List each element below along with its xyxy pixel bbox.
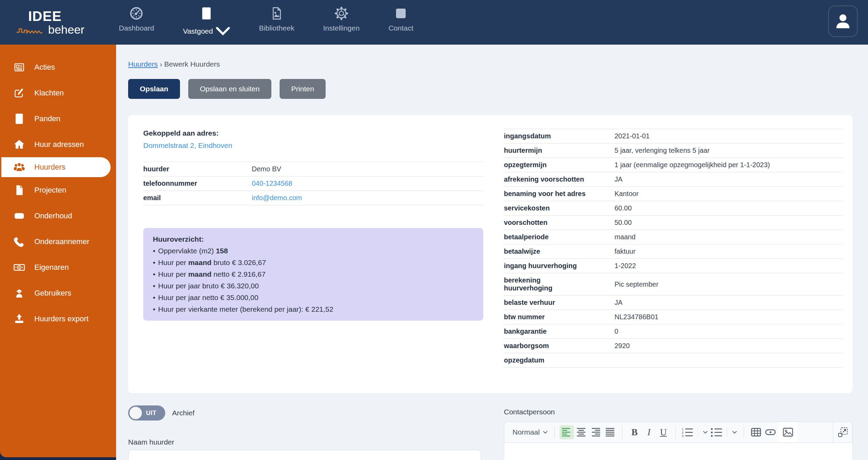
- linked-address-link[interactable]: Dommelstraat 2, Eindhoven: [143, 141, 483, 150]
- left-column: Gekoppeld aan adres: Dommelstraat 2, Ein…: [143, 129, 483, 321]
- table-row: ingang huurverhoging1-2022: [504, 259, 843, 273]
- row-value: 2021-01-01: [615, 132, 650, 140]
- breadcrumb-separator: ›: [160, 60, 162, 68]
- insert-image-button[interactable]: [778, 422, 798, 442]
- building-icon: [199, 6, 214, 21]
- table-row: huurtermijn5 jaar, verlenging telkens 5 …: [504, 143, 843, 158]
- bold-button[interactable]: B: [627, 425, 642, 439]
- table-row: waarborgsom2920: [504, 339, 843, 353]
- name-input[interactable]: [128, 450, 481, 460]
- row-label: belaste verhuur: [504, 299, 615, 307]
- chevron-down-icon: [543, 431, 548, 434]
- sidebar-item-huur-adressen[interactable]: Huur adressen: [1, 131, 111, 157]
- align-left-button[interactable]: [560, 425, 574, 439]
- nav-item-vastgoed[interactable]: Vastgoed: [183, 6, 230, 38]
- app-logo[interactable]: IDEE beheer: [16, 9, 102, 35]
- email-link[interactable]: info@demo.com: [252, 194, 302, 202]
- align-center-button[interactable]: [574, 425, 588, 439]
- archive-toggle[interactable]: UIT: [128, 405, 165, 421]
- mail-icon: [394, 6, 408, 21]
- chevron-down-icon: [703, 431, 708, 434]
- sidebar-item-label: Onderhoud: [34, 211, 72, 220]
- nav-label: Dashboard: [119, 24, 154, 32]
- phone-link[interactable]: 040-1234568: [252, 180, 292, 187]
- toolbar-divider: [744, 426, 744, 439]
- bold-glyph: B: [631, 427, 638, 438]
- row-label: opzegtermijn: [504, 161, 615, 169]
- main-content: Huurders › Bewerk Huurders Opslaan Opsla…: [116, 45, 868, 460]
- building-icon: [12, 112, 26, 126]
- row-value: 1-2022: [615, 262, 636, 270]
- save-close-button[interactable]: Opslaan en sluiten: [188, 79, 271, 99]
- upload-icon: [12, 312, 26, 326]
- editor-text-area[interactable]: [504, 443, 853, 460]
- row-label: btw nummer: [504, 313, 615, 321]
- underline-button[interactable]: U: [656, 425, 670, 439]
- row-label: opzegdatum: [504, 356, 615, 364]
- gear-icon: [334, 6, 349, 21]
- users-icon: [12, 160, 26, 174]
- bullet-list-button[interactable]: [710, 425, 724, 439]
- toggle-state-label: UIT: [146, 405, 157, 421]
- row-label: berekening huurverhoging: [504, 276, 615, 292]
- ordered-list-options-button[interactable]: [701, 425, 710, 439]
- italic-button[interactable]: I: [642, 425, 656, 439]
- sidebar-item-label: Projecten: [34, 186, 66, 195]
- sidebar-item-acties[interactable]: Acties: [1, 54, 111, 80]
- row-value: JA: [615, 175, 622, 183]
- row-value: NL234786B01: [615, 313, 658, 321]
- nav-label: Vastgoed: [183, 27, 213, 35]
- align-right-button[interactable]: [588, 425, 603, 439]
- sidebar-item-onderaannemer[interactable]: Onderaannemer: [1, 229, 111, 254]
- row-label: waarborgsom: [504, 342, 615, 350]
- row-value: 2920: [615, 342, 630, 350]
- align-right-icon: [590, 427, 601, 437]
- expand-icon: [838, 427, 848, 437]
- row-value: 1 jaar (eenmalige opzegmogelijkheid per …: [615, 161, 770, 169]
- table-row: opzegtermijn1 jaar (eenmalige opzegmogel…: [504, 158, 843, 172]
- nav-item-dashboard[interactable]: Dashboard: [119, 6, 154, 32]
- print-button[interactable]: Printen: [280, 79, 326, 99]
- row-value: 60.00: [615, 204, 632, 212]
- edit-icon: [12, 86, 26, 100]
- sidebar-item-projecten[interactable]: Projecten: [1, 177, 111, 203]
- table-row: huurder Demo BV: [143, 162, 483, 176]
- rent-overview-line: •Huur per maand bruto € 3.026,67: [153, 257, 474, 268]
- sidebar-item-panden[interactable]: Panden: [1, 106, 111, 131]
- bullet-list-options-button[interactable]: [730, 425, 739, 439]
- user-secret-icon: [12, 286, 26, 300]
- nav-item-instellingen[interactable]: Instellingen: [323, 6, 360, 32]
- save-button[interactable]: Opslaan: [128, 79, 180, 99]
- nav-item-contact[interactable]: Contact: [388, 6, 413, 32]
- nav-label: Instellingen: [323, 24, 360, 32]
- row-value: 0: [615, 327, 618, 335]
- ordered-list-button[interactable]: [680, 425, 695, 439]
- fullscreen-button[interactable]: [833, 422, 852, 442]
- paragraph-style-dropdown[interactable]: Normaal: [510, 428, 550, 436]
- table-row: servicekosten60.00: [504, 201, 843, 216]
- table-icon: [751, 427, 761, 437]
- table-row: bankgarantie0: [504, 324, 843, 339]
- binoculars-icon: [12, 209, 26, 223]
- insert-link-button[interactable]: [763, 425, 778, 439]
- nav-item-bibliotheek[interactable]: Bibliotheek: [259, 6, 294, 32]
- sidebar-item-label: Gebruikers: [34, 289, 71, 298]
- sidebar-item-onderhoud[interactable]: Onderhoud: [1, 203, 111, 229]
- sidebar-item-huurders-export[interactable]: Huurders export: [1, 306, 111, 332]
- sidebar-item-huurders[interactable]: Huurders: [1, 157, 111, 177]
- row-label: betaalperiode: [504, 233, 615, 241]
- toolbar-divider: [554, 426, 555, 439]
- row-label: betaalwijze: [504, 248, 615, 255]
- bullet-list-icon: [711, 427, 723, 437]
- align-justify-button[interactable]: [603, 425, 617, 439]
- breadcrumb-link-huurders[interactable]: Huurders: [128, 60, 158, 68]
- nav-label: Contact: [388, 24, 413, 32]
- user-avatar[interactable]: [828, 5, 858, 37]
- sidebar-item-gebruikers[interactable]: Gebruikers: [1, 280, 111, 306]
- insert-table-button[interactable]: [749, 425, 763, 439]
- row-value: 50.00: [615, 219, 632, 227]
- sidebar-item-klachten[interactable]: Klachten: [1, 80, 111, 106]
- table-row: telefoonnummer 040-1234568: [143, 176, 483, 191]
- toolbar-divider: [675, 426, 676, 439]
- sidebar-item-eigenaren[interactable]: Eigenaren: [1, 254, 111, 280]
